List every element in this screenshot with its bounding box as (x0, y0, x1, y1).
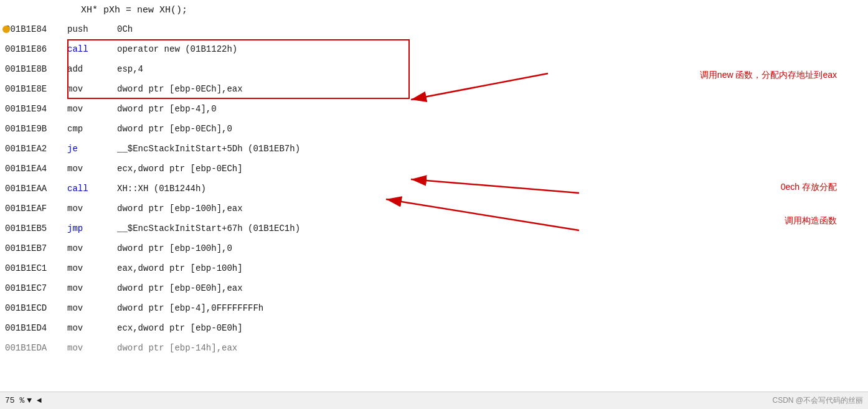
operands: XH::XH (01B1244h) (117, 184, 206, 194)
mnemonic: call (67, 184, 117, 194)
address: 001B1EC1 (5, 263, 67, 273)
address: 001B1E8E (5, 84, 67, 94)
address: 001B1ED4 (5, 323, 67, 333)
cpp-code: XH* pXh = new XH(); (81, 5, 187, 16)
mnemonic: call (67, 44, 117, 54)
mnemonic: mov (67, 283, 117, 293)
operands: dword ptr [ebp-4],0FFFFFFFFh (117, 303, 263, 313)
main-container: XH* pXh = new XH(); 001B1E84push0Ch001B1… (0, 0, 868, 409)
table-row: 001B1EAFmovdword ptr [ebp-100h],eax (0, 199, 868, 219)
mnemonic: add (67, 64, 117, 74)
breakpoint-dot (2, 26, 10, 33)
table-row: 001B1ED4movecx,dword ptr [ebp-0E0h] (0, 318, 868, 338)
table-row: 001B1E84push0Ch (0, 19, 868, 39)
annotation-0: 调用new 函数，分配内存地址到eax (700, 70, 837, 81)
address: 001B1EB7 (5, 243, 67, 253)
operands: operator new (01B1122h) (117, 44, 237, 54)
mnemonic: jmp (67, 223, 117, 233)
address: 001B1E9B (5, 124, 67, 134)
operands: dword ptr [ebp-4],0 (117, 104, 217, 114)
table-row: 001B1ECDmovdword ptr [ebp-4],0FFFFFFFFh (0, 298, 868, 318)
operands: dword ptr [ebp-100h],0 (117, 243, 232, 253)
mnemonic: mov (67, 204, 117, 214)
zoom-control[interactable]: 75 % ▼ (5, 396, 32, 405)
operands: dword ptr [ebp-14h],eax (117, 343, 237, 353)
address: 001B1E8B (5, 64, 67, 74)
table-row: 001B1EA4movecx,dword ptr [ebp-0ECh] (0, 159, 868, 179)
address: 001B1EA4 (5, 164, 67, 174)
operands: 0Ch (117, 24, 133, 34)
operands: __$EncStackInitStart+67h (01B1EC1h) (117, 223, 300, 233)
operands: esp,4 (117, 64, 143, 74)
table-row: 001B1EC7movdword ptr [ebp-0E0h],eax (0, 278, 868, 298)
address: 001B1E86 (5, 44, 67, 54)
table-row: 001B1EDAmovdword ptr [ebp-14h],eax (0, 338, 868, 358)
table-row: 001B1E9Bcmpdword ptr [ebp-0ECh],0 (0, 119, 868, 139)
operands: eax,dword ptr [ebp-100h] (117, 263, 243, 273)
operands: ecx,dword ptr [ebp-0E0h] (117, 323, 243, 333)
operands: dword ptr [ebp-100h],eax (117, 204, 243, 214)
table-row: 001B1EAAcallXH::XH (01B1244h) (0, 179, 868, 199)
address: 001B1E94 (5, 104, 67, 114)
operands: dword ptr [ebp-0E0h],eax (117, 283, 243, 293)
address: 001B1EA2 (5, 144, 67, 154)
operands: ecx,dword ptr [ebp-0ECh] (117, 164, 243, 174)
mnemonic: mov (67, 303, 117, 313)
annotation-1: 0ech 存放分配 (781, 182, 837, 193)
annotation-2: 调用构造函数 (785, 215, 837, 227)
zoom-label: 75 % (5, 396, 24, 405)
address: 001B1EAA (5, 184, 67, 194)
mnemonic: mov (67, 263, 117, 273)
address: 001B1EC7 (5, 283, 67, 293)
mnemonic: mov (67, 104, 117, 114)
table-row: 001B1EA2je__$EncStackInitStart+5Dh (01B1… (0, 139, 868, 159)
table-row: 001B1EC1moveax,dword ptr [ebp-100h] (0, 258, 868, 278)
operands: __$EncStackInitStart+5Dh (01B1EB7h) (117, 144, 300, 154)
mnemonic: mov (67, 343, 117, 353)
address: 001B1EDA (5, 343, 67, 353)
mnemonic: cmp (67, 124, 117, 134)
watermark: CSDN @不会写代码的丝丽 (772, 395, 863, 406)
zoom-dropdown-icon[interactable]: ▼ (27, 396, 32, 405)
table-row: 001B1EB7movdword ptr [ebp-100h],0 (0, 238, 868, 258)
header-code: XH* pXh = new XH(); (0, 0, 868, 19)
status-bar: 75 % ▼ ◄ CSDN @不会写代码的丝丽 (0, 392, 868, 409)
mnemonic: mov (67, 323, 117, 333)
mnemonic: mov (67, 243, 117, 253)
operands: dword ptr [ebp-0ECh],0 (117, 124, 232, 134)
mnemonic: push (67, 24, 117, 34)
address: 001B1E84 (5, 24, 67, 34)
table-row: 001B1E8Emovdword ptr [ebp-0ECh],eax (0, 79, 868, 99)
mnemonic: je (67, 144, 117, 154)
address: 001B1EB5 (5, 223, 67, 233)
scroll-left-button[interactable]: ◄ (37, 396, 42, 405)
mnemonic: mov (67, 84, 117, 94)
address: 001B1ECD (5, 303, 67, 313)
table-row: 001B1E86calloperator new (01B1122h) (0, 39, 868, 59)
address: 001B1EAF (5, 204, 67, 214)
table-row: 001B1E94movdword ptr [ebp-4],0 (0, 99, 868, 119)
operands: dword ptr [ebp-0ECh],eax (117, 84, 243, 94)
table-row: 001B1EB5jmp__$EncStackInitStart+67h (01B… (0, 219, 868, 238)
mnemonic: mov (67, 164, 117, 174)
